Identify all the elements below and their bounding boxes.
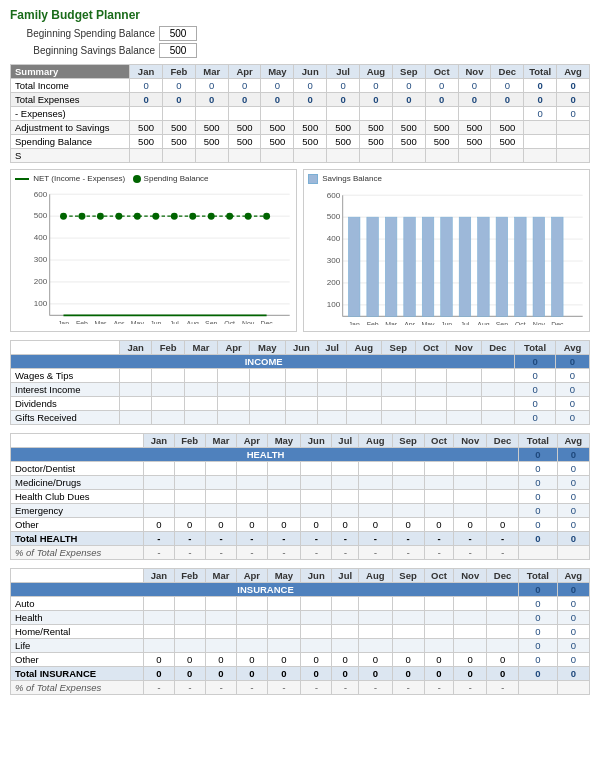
net-expenses-row: - Expenses) 00 — [11, 107, 590, 121]
ins-col-oct: Oct — [424, 568, 454, 582]
page: Family Budget Planner Beginning Spending… — [0, 0, 600, 703]
home-rental-label: Home/Rental — [11, 624, 144, 638]
auto-row: Auto 00 — [11, 596, 590, 610]
ins-col-jan: Jan — [144, 568, 175, 582]
svg-text:Jun: Jun — [441, 321, 452, 325]
health-header-row: HEALTH 0 0 — [11, 447, 590, 461]
svg-text:Aug: Aug — [477, 321, 489, 325]
svg-text:Apr: Apr — [113, 320, 124, 324]
adjustment-row: Adjustment to Savings 500500500 50050050… — [11, 121, 590, 135]
svg-rect-58 — [459, 217, 471, 316]
health-col-avg: Avg — [557, 433, 589, 447]
income-col-mar: Mar — [185, 340, 218, 354]
emergency-row: Emergency 00 — [11, 503, 590, 517]
health-other-label: Other — [11, 517, 144, 531]
col-avg: Avg — [557, 65, 590, 79]
svg-rect-63 — [552, 217, 564, 316]
svg-text:600: 600 — [34, 190, 48, 199]
income-col-avg: Avg — [555, 340, 589, 354]
svg-rect-59 — [478, 217, 490, 316]
svg-text:Feb: Feb — [76, 320, 88, 324]
doctor-dentist-row: Doctor/Dentist 00 — [11, 461, 590, 475]
svg-rect-62 — [533, 217, 545, 316]
interest-income-label: Interest Income — [11, 382, 120, 396]
health-pct-label: % of Total Expenses — [11, 545, 144, 559]
svg-text:May: May — [131, 320, 145, 324]
svg-text:Aug: Aug — [187, 320, 199, 324]
health-col-may: May — [267, 433, 301, 447]
health-club-dues-label: Health Club Dues — [11, 489, 144, 503]
income-col-jul: Jul — [318, 340, 346, 354]
gifts-received-label: Gifts Received — [11, 410, 120, 424]
svg-text:Sep: Sep — [205, 320, 217, 324]
ins-col-aug: Aug — [359, 568, 392, 582]
health-col-feb: Feb — [174, 433, 205, 447]
income-col-dec: Dec — [481, 340, 515, 354]
svg-text:Nov: Nov — [533, 321, 546, 325]
gifts-received-row: Gifts Received 00 — [11, 410, 590, 424]
income-header-row: INCOME 0 0 — [11, 354, 590, 368]
spending-balance-row-label: Spending Balance — [11, 135, 130, 149]
savings-balance-input[interactable] — [159, 43, 197, 58]
svg-point-22 — [208, 213, 215, 220]
income-col-sep: Sep — [381, 340, 415, 354]
health-table: Jan Feb Mar Apr May Jun Jul Aug Sep Oct … — [10, 433, 590, 560]
svg-text:Oct: Oct — [224, 320, 235, 324]
svg-text:200: 200 — [34, 277, 48, 286]
right-chart: Savings Balance 600 500 400 300 200 100 — [303, 169, 590, 332]
svg-text:Jul: Jul — [170, 320, 179, 324]
income-col-total: Total — [515, 340, 556, 354]
svg-text:500: 500 — [34, 211, 48, 220]
left-chart-title: NET (Income - Expenses) Spending Balance — [15, 174, 292, 183]
emergency-label: Emergency — [11, 503, 144, 517]
savings-row-label: S — [11, 149, 130, 163]
income-col-may: May — [250, 340, 285, 354]
wages-tips-label: Wages & Tips — [11, 368, 120, 382]
svg-text:500: 500 — [327, 212, 341, 221]
svg-text:600: 600 — [327, 191, 341, 200]
health-col-jun: Jun — [301, 433, 332, 447]
svg-text:Jan: Jan — [58, 320, 69, 324]
ins-col-dec: Dec — [487, 568, 519, 582]
svg-rect-61 — [515, 217, 527, 316]
svg-text:Dec: Dec — [551, 321, 564, 325]
dividends-row: Dividends 00 — [11, 396, 590, 410]
svg-point-17 — [115, 213, 122, 220]
health-pct-row: % of Total Expenses --- --- --- --- — [11, 545, 590, 559]
auto-label: Auto — [11, 596, 144, 610]
spending-balance-input[interactable] — [159, 26, 197, 41]
svg-text:Sep: Sep — [496, 321, 508, 325]
health-col-mar: Mar — [205, 433, 236, 447]
health-ins-row: Health 00 — [11, 610, 590, 624]
income-col-jan: Jan — [120, 340, 152, 354]
col-aug: Aug — [360, 65, 393, 79]
svg-point-18 — [134, 213, 141, 220]
health-col-sep: Sep — [392, 433, 424, 447]
svg-rect-53 — [367, 217, 379, 316]
ins-col-mar: Mar — [205, 568, 236, 582]
life-label: Life — [11, 638, 144, 652]
col-jun: Jun — [294, 65, 327, 79]
income-col-oct: Oct — [415, 340, 446, 354]
total-income-row: Total Income 000 000 000 000 00 — [11, 79, 590, 93]
app-title: Family Budget Planner — [10, 8, 590, 22]
col-oct: Oct — [425, 65, 458, 79]
svg-point-23 — [226, 213, 233, 220]
total-insurance-row: Total INSURANCE 000 000 000 000 00 — [11, 666, 590, 680]
total-expenses-label: Total Expenses — [11, 93, 130, 107]
ins-pct-label: % of Total Expenses — [11, 680, 144, 694]
svg-text:300: 300 — [327, 256, 341, 265]
svg-text:300: 300 — [34, 255, 48, 264]
svg-text:400: 400 — [34, 233, 48, 242]
insurance-header-row: INSURANCE 0 0 — [11, 582, 590, 596]
svg-text:100: 100 — [34, 299, 48, 308]
svg-rect-52 — [348, 217, 360, 316]
svg-text:Jan: Jan — [349, 321, 360, 325]
health-other-row: Other 000 000 000 000 00 — [11, 517, 590, 531]
col-jan: Jan — [130, 65, 163, 79]
income-table: Jan Feb Mar Apr May Jun Jul Aug Sep Oct … — [10, 340, 590, 425]
dividends-label: Dividends — [11, 396, 120, 410]
wages-tips-row: Wages & Tips 00 — [11, 368, 590, 382]
life-row: Life 00 — [11, 638, 590, 652]
svg-text:Apr: Apr — [404, 321, 415, 325]
